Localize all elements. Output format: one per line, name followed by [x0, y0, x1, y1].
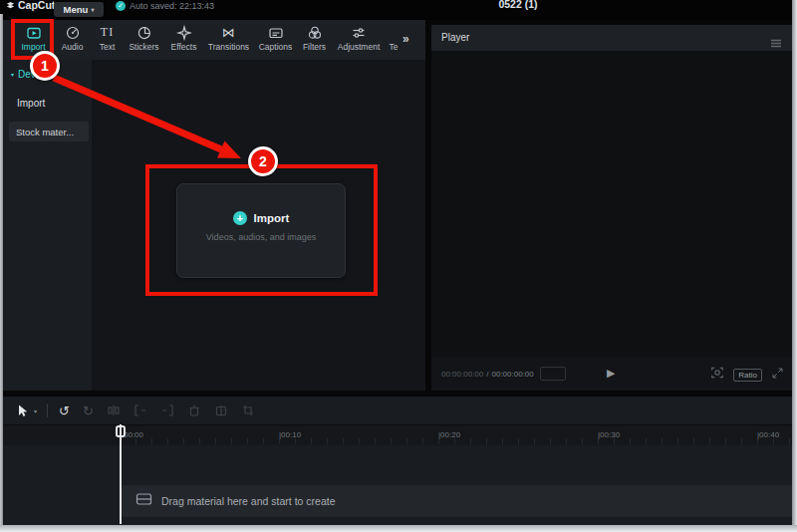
redo-icon[interactable]: ↻: [83, 403, 94, 418]
adapt-scale-icon[interactable]: [710, 366, 724, 384]
tab-label: Te: [390, 42, 398, 52]
stickers-icon: [136, 24, 152, 41]
chevron-down-icon: ▾: [91, 6, 94, 13]
player-title: Player: [441, 32, 469, 43]
tab-label: Transitions: [208, 42, 249, 52]
play-button[interactable]: ▶: [607, 367, 615, 380]
tab-text[interactable]: TI Text: [91, 24, 124, 52]
empty-track-dropzone[interactable]: Drag material here and start to create: [120, 485, 792, 517]
tab-label: Stickers: [129, 42, 158, 52]
tab-effects[interactable]: Effects: [164, 24, 203, 52]
window-edge-right: [792, 0, 797, 532]
toolbar-divider: [47, 403, 48, 417]
film-icon: [135, 492, 152, 510]
trim-left-icon[interactable]: [133, 403, 147, 417]
undo-icon[interactable]: ↺: [59, 403, 70, 418]
player-controls: 00:00:00:00 / 00:00:00:00 ▶ Ratio: [431, 357, 792, 391]
ratio-button[interactable]: Ratio: [733, 369, 762, 382]
tab-label: Filters: [303, 42, 326, 52]
text-icon: TI: [101, 24, 114, 41]
timeline-toolbar: ▾ ↺ ↻: [0, 397, 792, 424]
tab-templates[interactable]: Te: [386, 24, 401, 52]
cursor-tool-caret-icon[interactable]: ▾: [34, 407, 37, 414]
tab-stickers[interactable]: Stickers: [124, 24, 164, 52]
effects-icon: [176, 24, 192, 41]
capcut-logo-text: CapCut: [18, 0, 55, 11]
crop-icon[interactable]: [241, 403, 255, 417]
ruler-label: |00:40: [757, 430, 779, 439]
tab-captions[interactable]: Captions: [254, 24, 297, 52]
annotation-step-1: 1: [30, 51, 60, 81]
window-edge-bottom: [0, 525, 797, 532]
empty-track-text: Drag material here and start to create: [161, 495, 336, 507]
menu-label: Menu: [64, 4, 89, 15]
audio-icon: [65, 24, 81, 41]
timecode-display: 00:00:00:00 / 00:00:00:00: [441, 370, 534, 379]
tab-audio[interactable]: Audio: [54, 24, 91, 52]
autosave-status: ✓ Auto saved: 22:13:43: [116, 1, 214, 11]
fullscreen-icon[interactable]: [771, 366, 784, 384]
duration-dropdown[interactable]: [540, 367, 566, 381]
menu-button[interactable]: Menu ▾: [54, 2, 104, 17]
split-icon[interactable]: [107, 403, 121, 417]
caret-down-icon: ▾: [11, 71, 14, 78]
tab-label: Audio: [62, 42, 84, 52]
filters-icon: [307, 24, 323, 41]
window-edge-left: [0, 14, 3, 525]
autosave-text: Auto saved: 22:13:43: [130, 1, 214, 11]
current-time: 00:00:00:00: [441, 370, 483, 379]
transitions-icon: ⋈: [222, 24, 235, 41]
ribbon-overflow-chevron[interactable]: »: [402, 32, 408, 46]
player-panel: Player 00:00:00:00 / 00:00:00:00 ▶ Ratio: [431, 25, 792, 391]
titlebar: CapCut Menu ▾ ✓ Auto saved: 22:13:43 052…: [0, 0, 797, 20]
tab-label: Text: [100, 42, 116, 52]
capcut-logo-icon: [6, 1, 15, 10]
ruler-label: |00:30: [598, 430, 620, 439]
annotation-step-2: 2: [248, 146, 278, 176]
playhead-line[interactable]: [120, 424, 122, 524]
trim-right-icon[interactable]: [160, 403, 174, 417]
check-icon: ✓: [116, 1, 126, 11]
cursor-tool-icon[interactable]: [16, 403, 29, 417]
player-header: Player: [431, 25, 792, 51]
delete-icon[interactable]: [187, 403, 201, 417]
tab-label: Effects: [171, 42, 197, 52]
playhead-handle[interactable]: [116, 425, 126, 437]
annotation-box-import-card: [145, 164, 378, 296]
sidebar-item-stock-material[interactable]: Stock mater...: [9, 122, 89, 141]
adjustment-icon: [351, 24, 367, 41]
timeline-panel: ▾ ↺ ↻ 00:00 |: [0, 397, 792, 525]
tab-adjustment[interactable]: Adjustment: [332, 24, 386, 52]
media-ribbon: Import Audio TI Text Stickers Effects ⋈: [0, 20, 425, 60]
sidebar-item-import[interactable]: Import: [17, 98, 45, 109]
captions-icon: [268, 24, 284, 41]
tab-label: Adjustment: [338, 42, 381, 52]
capcut-logo: CapCut: [6, 0, 55, 11]
ruler-label: 00:00: [124, 430, 143, 439]
tab-filters[interactable]: Filters: [297, 24, 332, 52]
total-time: 00:00:00:00: [492, 370, 534, 379]
capcut-window: CapCut Menu ▾ ✓ Auto saved: 22:13:43 052…: [0, 0, 797, 532]
project-title: 0522 (1): [453, 0, 583, 10]
ruler-label: |00:10: [279, 430, 301, 439]
mirror-icon[interactable]: [214, 403, 228, 417]
tab-transitions[interactable]: ⋈ Transitions: [203, 24, 254, 52]
player-menu-icon[interactable]: [770, 34, 782, 52]
media-sidebar: ▾ Device Import Stock mater...: [3, 60, 92, 391]
ruler-label: |00:20: [438, 430, 460, 439]
tab-label: Captions: [259, 42, 293, 52]
